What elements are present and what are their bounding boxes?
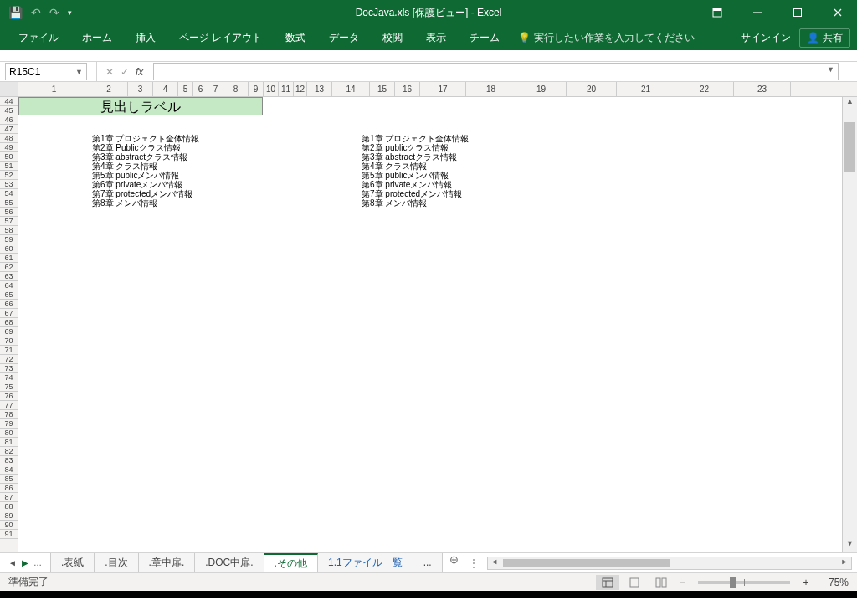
qat-customize-icon[interactable]: ▾ (68, 8, 72, 17)
column-header[interactable]: 13 (307, 82, 332, 96)
row-header[interactable]: 84 (0, 465, 18, 475)
row-header[interactable]: 68 (0, 318, 18, 327)
ribbon-display-icon[interactable] (698, 0, 736, 25)
chapter-item[interactable]: 第3章 abstractクラス情報 (92, 152, 199, 162)
chapter-item[interactable]: 第6章 privateメンバ情報 (362, 180, 469, 189)
sheet-tab[interactable]: .章中扉. (139, 553, 196, 572)
row-header[interactable]: 67 (0, 309, 18, 318)
redo-icon[interactable]: ↷ (49, 6, 59, 19)
view-pagebreak-icon[interactable] (649, 575, 673, 590)
sheet-tab[interactable]: 1.1ファイル一覧 (318, 553, 413, 572)
row-header[interactable]: 85 (0, 475, 18, 484)
column-header[interactable]: 23 (734, 82, 791, 96)
undo-icon[interactable]: ↶ (31, 6, 41, 19)
row-header[interactable]: 55 (0, 198, 18, 208)
scroll-down-icon[interactable]: ▼ (843, 539, 857, 552)
view-pagelayout-icon[interactable] (623, 575, 646, 590)
tab-data[interactable]: データ (317, 25, 371, 50)
row-header[interactable]: 81 (0, 438, 18, 447)
column-header[interactable]: 15 (370, 82, 395, 96)
column-header[interactable]: 1 (18, 82, 90, 96)
view-normal-icon[interactable] (596, 575, 619, 590)
chapter-item[interactable]: 第5章 publicメンバ情報 (362, 171, 469, 180)
tab-home[interactable]: ホーム (70, 25, 124, 50)
row-header[interactable]: 80 (0, 429, 18, 438)
row-header[interactable]: 74 (0, 373, 18, 382)
chapter-item[interactable]: 第2章 Publicクラス情報 (92, 143, 199, 152)
chapter-item[interactable]: 第8章 メンバ情報 (92, 198, 199, 208)
enter-icon[interactable]: ✓ (121, 66, 129, 78)
tab-formulas[interactable]: 数式 (274, 25, 317, 50)
chapter-item[interactable]: 第2章 publicクラス情報 (362, 143, 469, 152)
row-header[interactable]: 58 (0, 226, 18, 235)
row-header[interactable]: 75 (0, 382, 18, 392)
row-header[interactable]: 56 (0, 208, 18, 217)
sheet-tab[interactable]: .DOC中扉. (195, 553, 264, 572)
select-all-corner[interactable] (0, 82, 18, 96)
chapter-item[interactable]: 第7章 protectedメンバ情報 (92, 189, 199, 198)
expand-formula-icon[interactable]: ▼ (827, 65, 834, 74)
column-header[interactable]: 3 (128, 82, 153, 96)
row-header[interactable]: 49 (0, 143, 18, 152)
sheet-nav-first-icon[interactable]: ◄ (8, 558, 17, 567)
row-header[interactable]: 79 (0, 419, 18, 429)
sheet-tab-more[interactable]: ... (413, 553, 443, 572)
scroll-right-icon[interactable]: ► (838, 557, 851, 566)
close-icon[interactable] (819, 0, 857, 25)
row-header[interactable]: 83 (0, 456, 18, 465)
chapter-item[interactable]: 第6章 privateメンバ情報 (92, 180, 199, 189)
fx-icon[interactable]: fx (136, 66, 143, 78)
column-header[interactable]: 6 (193, 82, 208, 96)
row-header[interactable]: 62 (0, 263, 18, 272)
row-header[interactable]: 71 (0, 346, 18, 355)
row-header[interactable]: 59 (0, 235, 18, 244)
row-header[interactable]: 64 (0, 281, 18, 290)
spreadsheet-grid[interactable]: 1234567891011121314151617181920212223 44… (0, 82, 857, 552)
zoom-level[interactable]: 75% (815, 577, 849, 588)
column-header[interactable]: 14 (332, 82, 370, 96)
column-header[interactable]: 18 (466, 82, 516, 96)
row-header[interactable]: 72 (0, 355, 18, 364)
row-header[interactable]: 82 (0, 447, 18, 456)
horizontal-scrollbar[interactable]: ◄ ► (487, 557, 852, 570)
row-header[interactable]: 52 (0, 171, 18, 180)
row-header[interactable]: 57 (0, 217, 18, 226)
row-header[interactable]: 63 (0, 272, 18, 281)
chapter-item[interactable]: 第1章 プロジェクト全体情報 (92, 134, 199, 143)
formula-bar[interactable]: ▼ (153, 63, 839, 80)
tab-split-handle[interactable]: ⋮ (465, 557, 482, 569)
save-icon[interactable]: 💾 (8, 6, 23, 19)
row-header[interactable]: 61 (0, 254, 18, 263)
column-header[interactable]: 8 (223, 82, 249, 96)
row-header[interactable]: 65 (0, 290, 18, 300)
row-header[interactable]: 88 (0, 502, 18, 511)
tab-pagelayout[interactable]: ページ レイアウト (167, 25, 274, 50)
row-header[interactable]: 47 (0, 125, 18, 134)
tell-me-search[interactable]: 💡 実行したい作業を入力してください (518, 31, 695, 45)
cells-area[interactable]: 見出しラベル 第1章 プロジェクト全体情報第2章 Publicクラス情報第3章 … (18, 97, 842, 552)
column-header[interactable]: 22 (675, 82, 734, 96)
new-sheet-icon[interactable]: ⊕ (443, 553, 465, 572)
sheet-nav-next-icon[interactable]: ▶ (22, 558, 28, 567)
row-header[interactable]: 86 (0, 484, 18, 493)
row-header[interactable]: 60 (0, 244, 18, 254)
column-header[interactable]: 4 (153, 82, 178, 96)
column-header[interactable]: 5 (178, 82, 193, 96)
column-header[interactable]: 21 (617, 82, 675, 96)
column-header[interactable]: 19 (516, 82, 567, 96)
row-header[interactable]: 44 (0, 97, 18, 106)
hscroll-thumb[interactable] (503, 559, 670, 567)
row-header[interactable]: 70 (0, 336, 18, 346)
row-header[interactable]: 69 (0, 327, 18, 336)
heading-label-cell[interactable]: 見出しラベル (18, 97, 263, 116)
row-header[interactable]: 53 (0, 180, 18, 189)
sheet-tab[interactable]: .表紙 (51, 553, 95, 572)
zoom-out-button[interactable]: − (676, 577, 688, 588)
row-header[interactable]: 77 (0, 401, 18, 410)
row-header[interactable]: 66 (0, 300, 18, 309)
scroll-up-icon[interactable]: ▲ (843, 97, 857, 110)
sheet-tab-active[interactable]: .その他 (264, 553, 318, 572)
chapter-item[interactable]: 第7章 protectedメンバ情報 (362, 189, 469, 198)
row-header[interactable]: 90 (0, 521, 18, 530)
column-header[interactable]: 17 (420, 82, 466, 96)
